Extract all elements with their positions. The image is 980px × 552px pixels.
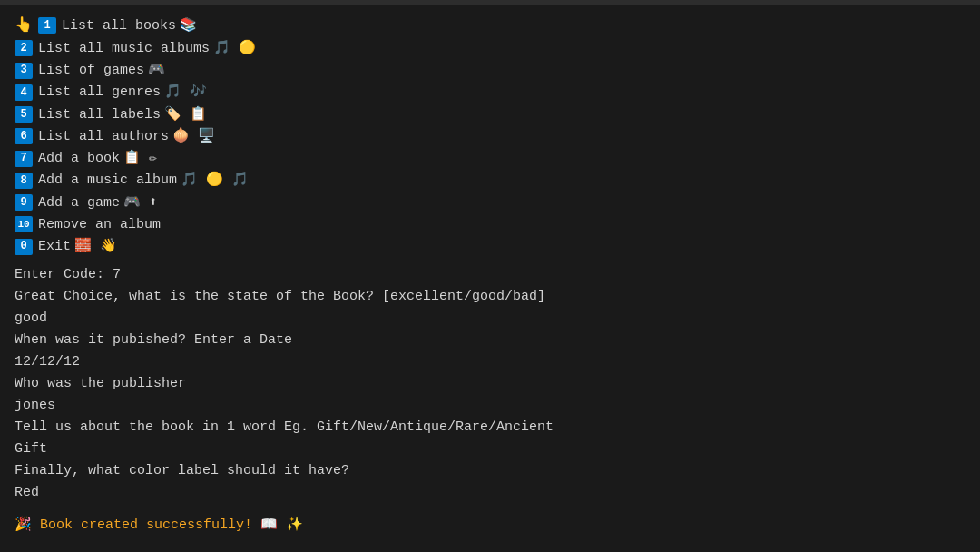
menu-label-1: List all books (62, 15, 176, 36)
menu-label-10: Remove an album (38, 214, 161, 235)
menu-label-6: List all authors (38, 126, 169, 147)
badge-1: 1 (38, 17, 56, 34)
menu-label-9: Add a game (38, 192, 120, 213)
input-3: jones (15, 395, 965, 417)
menu-label-4: List all genres (38, 82, 161, 103)
success-message: 🎉 Book created successfully! 📖 ✨ (15, 515, 965, 537)
prompt-2: When was it pubished? Enter a Date (15, 330, 965, 351)
prompt-3: Who was the publisher (15, 373, 965, 395)
input-2: 12/12/12 (15, 351, 965, 373)
menu-item-1[interactable]: 👆 1 List all books 📚 (15, 15, 965, 37)
terminal-section: Enter Code: 7 Great Choice, what is the … (15, 264, 965, 537)
menu-label-7: Add a book (38, 148, 120, 169)
badge-3: 3 (15, 63, 33, 79)
menu-label-5: List all labels (38, 104, 161, 125)
menu-item-0[interactable]: 0 Exit 🧱 👋 (15, 236, 965, 257)
menu-icon-2: 🎵 🟡 (213, 38, 256, 59)
menu-icon-0: 🧱 👋 (74, 236, 117, 257)
menu-label-0: Exit (38, 236, 71, 257)
badge-5: 5 (15, 106, 33, 123)
menu-icon-1: 📚 (180, 15, 197, 36)
badge-9: 9 (15, 194, 33, 211)
enter-code-line: Enter Code: 7 (15, 264, 965, 286)
input-1: good (15, 308, 965, 330)
menu-item-2[interactable]: 2 List all music albums 🎵 🟡 (15, 38, 965, 59)
menu-icon-6: 🧅 🖥️ (172, 126, 215, 147)
menu-icon-4: 🎵 🎶 (164, 82, 207, 103)
menu-icon-7: 📋 ✏️ (123, 148, 157, 169)
menu-item-6[interactable]: 6 List all authors 🧅 🖥️ (15, 126, 965, 147)
input-4: Gift (15, 439, 965, 460)
menu-icon-9: 🎮 ⬆️ (123, 192, 157, 213)
pointer-icon: 👆 (15, 15, 33, 37)
menu-icon-3: 🎮 (148, 60, 165, 81)
top-bar (0, 0, 980, 5)
menu-item-3[interactable]: 3 List of games 🎮 (15, 60, 965, 81)
badge-8: 8 (15, 172, 33, 189)
menu-item-5[interactable]: 5 List all labels 🏷️ 📋 (15, 104, 965, 125)
menu-label-8: Add a music album (38, 170, 177, 191)
menu-item-4[interactable]: 4 List all genres 🎵 🎶 (15, 82, 965, 103)
menu-label-2: List all music albums (38, 38, 210, 59)
menu-item-10[interactable]: 10 Remove an album (15, 214, 965, 235)
menu-container: 👆 1 List all books 📚 2 List all music al… (15, 15, 965, 257)
menu-item-9[interactable]: 9 Add a game 🎮 ⬆️ (15, 192, 965, 213)
prompt-4: Tell us about the book in 1 word Eg. Gif… (15, 417, 965, 439)
badge-10: 10 (15, 216, 33, 232)
input-5: Red (15, 482, 965, 504)
badge-4: 4 (15, 84, 33, 101)
prompt-5: Finally, what color label should it have… (15, 460, 965, 482)
badge-0: 0 (15, 239, 33, 255)
badge-2: 2 (15, 40, 33, 56)
menu-label-3: List of games (38, 60, 144, 81)
prompt-1: Great Choice, what is the state of the B… (15, 286, 965, 308)
badge-7: 7 (15, 151, 33, 167)
badge-6: 6 (15, 128, 33, 144)
menu-item-8[interactable]: 8 Add a music album 🎵 🟡 🎵 (15, 170, 965, 191)
menu-icon-5: 🏷️ 📋 (164, 104, 207, 125)
menu-icon-8: 🎵 🟡 🎵 (181, 170, 249, 191)
menu-item-7[interactable]: 7 Add a book 📋 ✏️ (15, 148, 965, 169)
